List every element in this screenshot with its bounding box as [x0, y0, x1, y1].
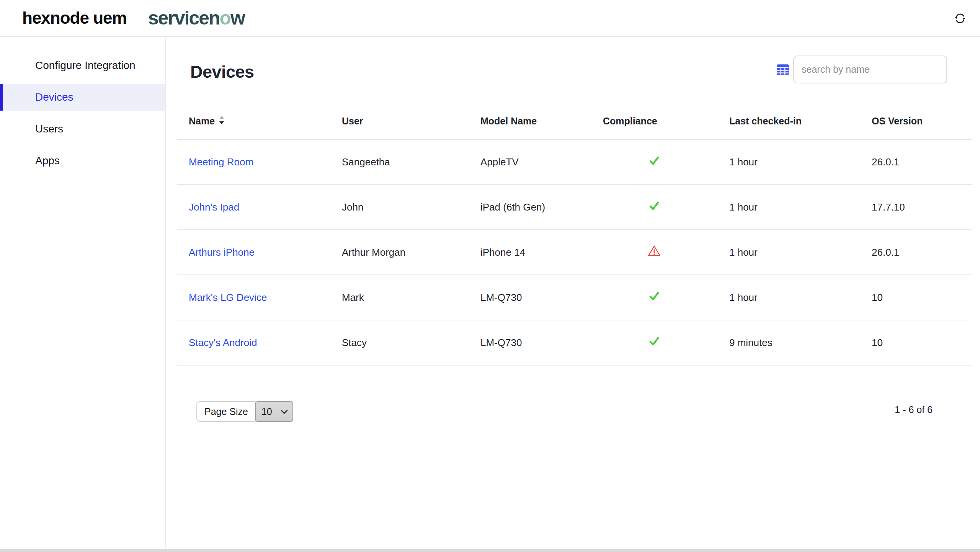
table-row: Stacy's Android Stacy LM-Q730 9 minutes … [177, 320, 972, 366]
device-name-link[interactable]: Meeting Room [189, 156, 253, 168]
horizontal-scrollbar[interactable] [0, 549, 980, 552]
last-checked-in-cell: 9 minutes [717, 337, 860, 349]
model-cell: LM-Q730 [469, 337, 591, 349]
sidebar-item-configure-integration[interactable]: Configure Integration [0, 52, 165, 79]
compliance-cell [591, 290, 717, 305]
model-cell: LM-Q730 [469, 292, 591, 304]
compliance-cell [591, 154, 717, 170]
os-version-cell: 10 [860, 292, 972, 304]
table-row: Mark's LG Device Mark LM-Q730 1 hour 10 [177, 275, 972, 320]
sidebar-item-users[interactable]: Users [0, 116, 165, 142]
sidebar-item-apps[interactable]: Apps [0, 147, 165, 174]
table-row: John's Ipad John iPad (6th Gen) 1 hour 1… [177, 185, 972, 230]
model-cell: iPhone 14 [469, 247, 591, 258]
servicenow-logo-text-end: w [230, 7, 245, 29]
page-size-control: Page Size 10 [196, 401, 293, 422]
column-header-model: Model Name [469, 116, 591, 127]
compliance-warning-icon [647, 244, 662, 261]
os-version-cell: 26.0.1 [860, 156, 972, 168]
user-cell: Sangeetha [330, 156, 469, 168]
compliance-ok-icon [647, 154, 661, 170]
table-row: Meeting Room Sangeetha AppleTV 1 hour 26… [177, 140, 972, 185]
table-row: Arthurs iPhone Arthur Morgan iPhone 14 1… [177, 230, 972, 275]
last-checked-in-cell: 1 hour [717, 156, 860, 168]
search-input[interactable] [793, 56, 947, 83]
column-header-user: User [330, 116, 469, 127]
compliance-cell [591, 199, 717, 215]
user-cell: Arthur Morgan [330, 247, 469, 258]
chevron-down-icon [281, 407, 287, 414]
servicenow-logo: servicenow [148, 7, 245, 29]
device-name-link[interactable]: Stacy's Android [189, 337, 257, 348]
user-cell: Stacy [330, 337, 469, 349]
page-title: Devices [190, 62, 254, 82]
hexnode-uem-logo: hexnode uem [22, 8, 127, 28]
column-header-name[interactable]: Name [177, 115, 330, 127]
page-size-value: 10 [261, 406, 272, 417]
column-header-compliance: Compliance [591, 116, 717, 127]
refresh-icon[interactable] [953, 11, 967, 25]
os-version-cell: 17.7.10 [860, 201, 972, 213]
device-name-link[interactable]: Mark's LG Device [189, 292, 267, 303]
os-version-cell: 10 [860, 337, 972, 349]
compliance-ok-icon [647, 199, 661, 215]
pagination-range-text: 1 - 6 of 6 [895, 404, 933, 415]
main-content: Devices Name [167, 38, 980, 552]
sidebar-item-devices[interactable]: Devices [0, 84, 165, 111]
compliance-cell [591, 244, 717, 261]
servicenow-logo-accent-o: o [220, 7, 231, 29]
compliance-ok-icon [647, 290, 661, 305]
column-header-os-version: OS Version [860, 116, 972, 127]
compliance-ok-icon [647, 335, 661, 351]
page-size-label: Page Size [196, 401, 255, 422]
last-checked-in-cell: 1 hour [717, 292, 860, 304]
user-cell: Mark [330, 292, 469, 304]
servicenow-logo-text: servicen [148, 7, 220, 29]
sort-icon[interactable] [219, 115, 225, 127]
devices-table: Name User Model Name Compliance Last che… [177, 103, 972, 366]
table-view-grid-icon[interactable] [776, 64, 789, 76]
model-cell: AppleTV [469, 156, 591, 168]
page-size-select[interactable]: 10 [255, 401, 293, 422]
device-name-link[interactable]: John's Ipad [189, 201, 239, 213]
compliance-cell [591, 335, 717, 351]
os-version-cell: 26.0.1 [860, 247, 972, 258]
top-header: hexnode uem servicenow [0, 0, 980, 37]
user-cell: John [330, 201, 469, 213]
model-cell: iPad (6th Gen) [469, 201, 591, 213]
column-header-name-label: Name [189, 116, 215, 127]
table-header-row: Name User Model Name Compliance Last che… [177, 103, 972, 140]
last-checked-in-cell: 1 hour [717, 247, 860, 258]
last-checked-in-cell: 1 hour [717, 201, 860, 213]
column-header-last-checked-in: Last checked-in [717, 116, 860, 127]
sidebar-nav: Configure Integration Devices Users Apps [0, 38, 166, 552]
device-name-link[interactable]: Arthurs iPhone [189, 247, 255, 258]
